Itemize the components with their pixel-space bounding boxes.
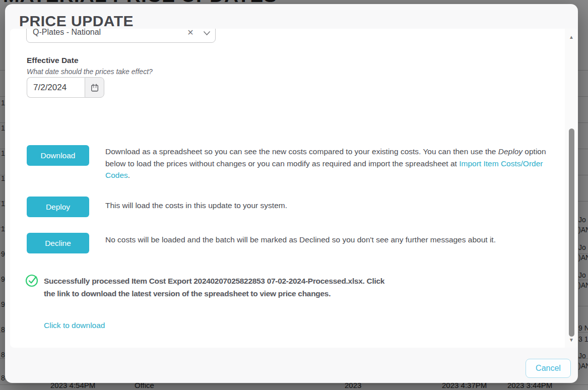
check-circle-icon (25, 274, 39, 287)
download-desc-text: Download as a spreadsheet so you can see… (105, 147, 498, 156)
supplier-select[interactable]: Q-Plates - National ✕ (26, 29, 216, 43)
chevron-down-icon[interactable] (198, 29, 215, 38)
decline-description: No costs will be loaded and the batch wi… (105, 234, 549, 246)
supplier-select-value: Q-Plates - National (27, 29, 183, 37)
decline-button[interactable]: Decline (27, 233, 89, 253)
download-desc-period: . (128, 171, 130, 179)
download-description: Download as a spreadsheet so you can see… (105, 146, 549, 181)
scrollbar-track[interactable]: ▲ ▼ (565, 29, 578, 348)
calendar-button[interactable] (85, 77, 104, 98)
deploy-button[interactable]: Deploy (27, 197, 89, 217)
price-update-modal: PRICE UPDATE Q-Plates - National ✕ Effec… (5, 4, 578, 383)
click-to-download-link[interactable]: Click to download (44, 321, 105, 330)
scroll-down-arrow-icon[interactable]: ▼ (565, 338, 578, 343)
deploy-word-italic: Deploy (498, 147, 522, 156)
deploy-description: This will load the costs in this update … (105, 200, 549, 212)
effective-date-group (27, 77, 104, 98)
effective-date-label: Effective Date (27, 56, 79, 65)
download-button[interactable]: Download (27, 145, 89, 166)
scroll-up-arrow-icon[interactable]: ▲ (565, 35, 578, 40)
success-message: Successfully processed Item Cost Export … (44, 275, 397, 300)
effective-date-input[interactable] (27, 77, 85, 98)
effective-date-hint: What date should the prices take effect? (27, 68, 153, 76)
modal-scroll-area: Q-Plates - National ✕ Effective Date Wha… (10, 29, 578, 348)
clear-icon[interactable]: ✕ (183, 29, 198, 37)
modal-title: PRICE UPDATE (19, 13, 134, 30)
cancel-button[interactable]: Cancel (526, 359, 571, 378)
scrollbar-thumb[interactable] (569, 128, 574, 337)
calendar-icon (90, 83, 99, 92)
